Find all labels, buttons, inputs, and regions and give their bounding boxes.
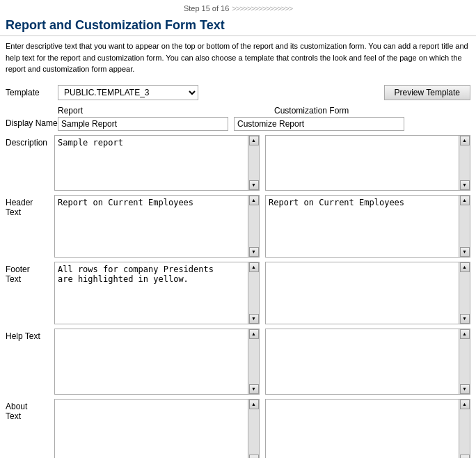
about-report-textarea[interactable] <box>55 400 248 459</box>
header-report-vscroll: ▲ ▼ <box>248 196 259 257</box>
footer-report-vscroll: ▲ ▼ <box>248 262 259 324</box>
description-custom-textarea[interactable] <box>266 136 459 190</box>
scroll-up-btn[interactable]: ▲ <box>249 400 259 409</box>
header-custom-wrapper: Report on Current Employees ▲ ▼ <box>265 195 470 258</box>
template-row: Template PUBLIC.TEMPLATE_3 Preview Templ… <box>6 85 470 100</box>
col-header-report: Report <box>58 106 263 116</box>
footer-text-inputs: All rows for company Presidents are high… <box>54 262 470 324</box>
scroll-up-btn[interactable]: ▲ <box>460 329 470 339</box>
step-arrows: >>>>>>>>>>>>>>>> <box>232 4 292 13</box>
scroll-down-btn[interactable]: ▼ <box>460 384 470 394</box>
about-report-wrapper: ▲ ▼ <box>54 399 260 459</box>
scroll-down-btn[interactable]: ▼ <box>460 180 470 190</box>
description-custom-wrapper: ▲ ▼ <box>265 135 470 191</box>
template-select-wrapper: PUBLIC.TEMPLATE_3 <box>58 85 198 100</box>
scroll-down-btn[interactable]: ▼ <box>249 247 259 257</box>
help-custom-textarea[interactable] <box>266 329 459 394</box>
display-name-inputs <box>58 117 404 131</box>
scroll-up-btn[interactable]: ▲ <box>249 262 259 272</box>
template-label: Template <box>6 88 58 97</box>
description-report-vscroll: ▲ ▼ <box>248 136 259 190</box>
display-name-custom-input[interactable] <box>234 117 404 131</box>
footer-custom-vscroll: ▲ ▼ <box>459 262 470 324</box>
scroll-up-btn[interactable]: ▲ <box>460 262 470 272</box>
footer-report-wrapper: All rows for company Presidents are high… <box>54 262 260 324</box>
header-text-label: HeaderText <box>6 195 54 217</box>
about-custom-textarea[interactable] <box>266 400 459 459</box>
description-row: Description Sample report ▲ ▼ ▲ ▼ <box>6 135 470 191</box>
help-report-textarea[interactable] <box>55 329 248 394</box>
about-text-row: AboutText ▲ ▼ ▲ ▼ <box>6 399 470 459</box>
column-headers: Report Customization Form <box>6 106 470 116</box>
template-select[interactable]: PUBLIC.TEMPLATE_3 <box>58 86 198 100</box>
help-report-wrapper: ▲ ▼ <box>54 329 260 395</box>
description-label: Description <box>6 135 54 148</box>
description-report-textarea[interactable]: Sample report <box>55 136 248 190</box>
scroll-down-btn[interactable]: ▼ <box>249 384 259 394</box>
scroll-up-btn[interactable]: ▲ <box>249 329 259 339</box>
display-name-report-input[interactable] <box>58 117 228 131</box>
header-custom-textarea[interactable]: Report on Current Employees <box>266 196 459 257</box>
header-report-textarea[interactable]: Report on Current Employees <box>55 196 248 257</box>
page-title: Report and Customization Form Text <box>0 15 476 36</box>
scroll-up-btn[interactable]: ▲ <box>460 400 470 409</box>
header-custom-vscroll: ▲ ▼ <box>459 196 470 257</box>
footer-report-textarea[interactable]: All rows for company Presidents are high… <box>55 262 248 324</box>
scroll-down-btn[interactable]: ▼ <box>460 314 470 324</box>
about-custom-wrapper: ▲ ▼ <box>265 399 470 459</box>
footer-text-label: FooterText <box>6 262 54 284</box>
help-custom-vscroll: ▲ ▼ <box>459 329 470 394</box>
scroll-down-btn[interactable]: ▼ <box>249 314 259 324</box>
header-text-inputs: Report on Current Employees ▲ ▼ Report o… <box>54 195 470 258</box>
help-text-inputs: ▲ ▼ ▲ ▼ <box>54 329 470 395</box>
display-name-row: Display Name <box>6 117 470 131</box>
col-header-custom: Customization Form <box>274 106 349 116</box>
scroll-up-btn[interactable]: ▲ <box>460 136 470 145</box>
display-name-label: Display Name <box>6 118 58 129</box>
header-text-row: HeaderText Report on Current Employees ▲… <box>6 195 470 258</box>
description-inputs: Sample report ▲ ▼ ▲ ▼ <box>54 135 470 191</box>
scroll-down-btn[interactable]: ▼ <box>460 247 470 257</box>
page-description: Enter descriptive text that you want to … <box>0 36 476 81</box>
about-custom-vscroll: ▲ ▼ <box>459 400 470 459</box>
help-text-label: Help Text <box>6 329 54 341</box>
help-text-row: Help Text ▲ ▼ ▲ ▼ <box>6 329 470 395</box>
scroll-down-btn[interactable]: ▼ <box>249 455 259 459</box>
scroll-up-btn[interactable]: ▲ <box>249 136 259 145</box>
footer-text-row: FooterText All rows for company Presiden… <box>6 262 470 324</box>
scroll-up-btn[interactable]: ▲ <box>460 196 470 205</box>
header-report-wrapper: Report on Current Employees ▲ ▼ <box>54 195 260 258</box>
scroll-down-btn[interactable]: ▼ <box>249 180 259 190</box>
help-custom-wrapper: ▲ ▼ <box>265 329 470 395</box>
wizard-step-indicator: Step 15 of 16 >>>>>>>>>>>>>>>> <box>0 0 476 15</box>
description-custom-vscroll: ▲ ▼ <box>459 136 470 190</box>
form-area: Template PUBLIC.TEMPLATE_3 Preview Templ… <box>0 81 476 459</box>
footer-custom-wrapper: ▲ ▼ <box>265 262 470 324</box>
step-text: Step 15 of 16 <box>184 4 229 13</box>
help-report-vscroll: ▲ ▼ <box>248 329 259 394</box>
scroll-down-btn[interactable]: ▼ <box>460 455 470 459</box>
footer-custom-textarea[interactable] <box>266 262 459 324</box>
about-text-label: AboutText <box>6 399 54 421</box>
preview-template-button[interactable]: Preview Template <box>384 85 471 100</box>
description-report-wrapper: Sample report ▲ ▼ <box>54 135 260 191</box>
about-text-inputs: ▲ ▼ ▲ ▼ <box>54 399 470 459</box>
scroll-up-btn[interactable]: ▲ <box>249 196 259 205</box>
template-controls: PUBLIC.TEMPLATE_3 Preview Template <box>58 85 470 100</box>
about-report-vscroll: ▲ ▼ <box>248 400 259 459</box>
